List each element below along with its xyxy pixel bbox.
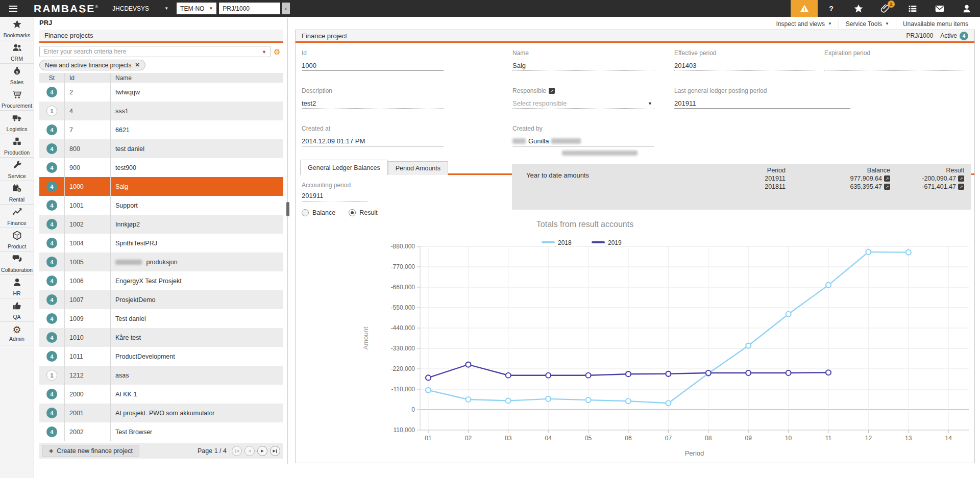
field-value[interactable]: 1000 <box>302 61 444 71</box>
sidebar-item-rental[interactable]: $Rental <box>0 181 34 205</box>
chart-point-2019[interactable] <box>586 373 591 378</box>
sidebar-item-hr[interactable]: HR <box>0 275 34 298</box>
chart-point-2018[interactable] <box>666 400 671 406</box>
tab-period-amounts[interactable]: Period Amounts <box>388 161 448 175</box>
open-link-icon[interactable]: ↗ <box>958 184 964 190</box>
mail-icon[interactable] <box>926 0 953 17</box>
sidebar-item-crm[interactable]: CRM <box>0 40 34 64</box>
field-value[interactable]: Gunilla <box>512 136 654 146</box>
rambase-logo[interactable]: RAMBASE® <box>34 3 99 15</box>
field-value[interactable]: 201911 <box>674 98 850 109</box>
field-value[interactable]: 2014.12.09 01:17 PM <box>302 136 444 146</box>
sidebar-item-service[interactable]: Service <box>0 158 34 181</box>
chart-point-2018[interactable] <box>426 388 431 393</box>
chart-point-2018[interactable] <box>465 397 471 402</box>
legend-swatch-2019[interactable] <box>592 241 605 243</box>
sidebar-item-collaboration[interactable]: Collaboration <box>0 251 34 275</box>
back-button[interactable]: ‹ <box>282 3 290 14</box>
open-link-icon[interactable]: ↗ <box>958 175 964 182</box>
chart-point-2019[interactable] <box>786 370 791 375</box>
table-row[interactable]: 41005 produksjon <box>39 253 283 271</box>
open-link-icon[interactable]: ↗ <box>884 175 890 182</box>
sidebar-item-logistics[interactable]: Logistics <box>0 111 34 134</box>
chart-point-2018[interactable] <box>746 343 751 348</box>
open-link-icon[interactable]: ↗ <box>549 88 555 94</box>
field-value[interactable]: Select responsible▼ <box>512 98 654 109</box>
field-value[interactable]: Salg <box>512 61 654 71</box>
chart-point-2019[interactable] <box>626 371 631 376</box>
sidebar-item-qa[interactable]: QA <box>0 298 34 322</box>
favorites-star-icon[interactable] <box>845 0 872 17</box>
field-value[interactable]: test2 <box>302 98 444 109</box>
user-icon[interactable] <box>953 0 980 17</box>
next-page-button[interactable]: ▶ <box>257 446 267 456</box>
panel-splitter-handle[interactable] <box>286 202 289 216</box>
sidebar-item-production[interactable]: Production <box>0 134 34 158</box>
help-icon[interactable]: ? <box>818 0 845 17</box>
table-row[interactable]: 41006EngergyX Test Prosjekt <box>39 271 283 290</box>
table-row[interactable]: 41009Test daniel <box>39 309 283 328</box>
search-dropdown-icon[interactable]: ▼ <box>262 49 266 55</box>
filter-chip[interactable]: New and active finance projects ✕ <box>39 60 145 70</box>
search-input[interactable] <box>39 46 271 57</box>
chart-point-2019[interactable] <box>746 370 751 375</box>
column-header-id[interactable]: Id <box>65 73 111 83</box>
table-row[interactable]: 42001AI prosjekt. PWO som akkumulator <box>39 404 283 422</box>
legend-swatch-2018[interactable] <box>542 241 555 243</box>
table-row[interactable]: 4800test daniel <box>39 139 283 158</box>
field-value[interactable]: 201403 <box>674 61 816 71</box>
chart-point-2019[interactable] <box>706 370 711 375</box>
column-header-st[interactable]: St <box>39 73 65 83</box>
sidebar-item-procurement[interactable]: Procurement <box>0 87 34 111</box>
sidebar-item-product[interactable]: Product <box>0 228 34 251</box>
locale-selector[interactable]: TEM-NO ▼ <box>177 3 216 14</box>
table-row[interactable]: 11212asas <box>39 366 283 385</box>
table-row[interactable]: 42000AI KK 1 <box>39 385 283 404</box>
sidebar-item-finance[interactable]: Finance <box>0 205 34 228</box>
chart-point-2018[interactable] <box>546 396 551 401</box>
open-link-icon[interactable]: ↗ <box>884 184 890 190</box>
table-row[interactable]: 4900test900 <box>39 158 283 177</box>
tab-general-ledger-balances[interactable]: General Ledger Balances <box>300 160 388 175</box>
legend-label-2019[interactable]: 2019 <box>608 239 622 246</box>
table-row[interactable]: 41000Salg <box>39 177 283 196</box>
chart-point-2019[interactable] <box>826 370 831 375</box>
field-value[interactable] <box>824 61 966 71</box>
menu-unavailable-menu-items[interactable]: Unavailable menu items <box>896 18 975 29</box>
table-row[interactable]: 41011ProductDevelopment <box>39 347 283 366</box>
chart-point-2019[interactable] <box>506 373 511 378</box>
chart-point-2018[interactable] <box>786 312 791 317</box>
accounting-period-value[interactable]: 201911 <box>302 192 368 202</box>
attachments-paperclip-icon[interactable]: 2 <box>872 0 899 17</box>
table-row[interactable]: 41001Support <box>39 196 283 215</box>
table-row[interactable]: 41002Innkjøp2 <box>39 215 283 234</box>
legend-label-2018[interactable]: 2018 <box>558 239 572 246</box>
menu-inspect-and-views[interactable]: Inspect and views▼ <box>770 18 839 29</box>
main-menu-icon[interactable] <box>0 0 27 17</box>
chart-point-2019[interactable] <box>546 373 551 378</box>
table-row[interactable]: 476621 <box>39 120 283 139</box>
alert-icon[interactable] <box>791 0 818 17</box>
create-finance-project-button[interactable]: + Create new finance project <box>42 445 139 457</box>
sidebar-item-admin[interactable]: ⚙Admin <box>0 322 34 345</box>
chart-point-2018[interactable] <box>906 250 911 255</box>
chart-point-2019[interactable] <box>426 375 431 380</box>
chevron-down-icon[interactable]: ▼ <box>648 101 654 106</box>
table-row[interactable]: 41010Kåre test <box>39 328 283 347</box>
chart-point-2018[interactable] <box>826 283 831 288</box>
chart-point-2018[interactable] <box>586 397 591 402</box>
last-page-button[interactable]: ▶ <box>270 446 280 456</box>
table-row[interactable]: 42002Test Browser <box>39 422 283 441</box>
table-row[interactable]: 42fwfwqqw <box>39 83 283 102</box>
remove-filter-icon[interactable]: ✕ <box>135 62 139 68</box>
sidebar-item-bookmarks[interactable]: Bookmarks <box>0 17 34 40</box>
chart-point-2018[interactable] <box>866 249 871 255</box>
search-settings-gear-icon[interactable]: ⚙ <box>274 48 280 56</box>
task-list-icon[interactable] <box>899 0 926 17</box>
chart-point-2018[interactable] <box>506 398 511 404</box>
chart-point-2019[interactable] <box>666 371 671 376</box>
table-row[interactable]: 41007ProsjektDemo <box>39 290 283 309</box>
column-header-name[interactable]: Name <box>111 73 283 83</box>
table-row[interactable]: 14sss1 <box>39 102 283 120</box>
menu-service-tools[interactable]: Service Tools▼ <box>839 18 896 29</box>
